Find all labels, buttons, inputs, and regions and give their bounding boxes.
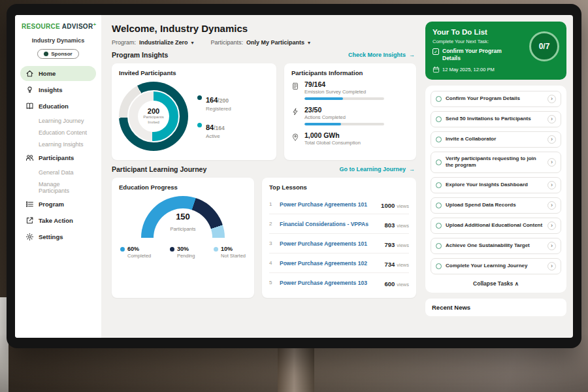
learning-journey-section-head: Participant Learning Journey Go to Learn… [112,165,415,173]
app-window: RESOURCE ADVISOR+ Industry Dynamics Spon… [15,15,573,338]
gear-icon [25,233,34,241]
task-circle-icon[interactable] [436,116,442,122]
todo-due-date: 12 May 2025, 12:00 PM [433,66,559,73]
chevron-right-icon[interactable]: › [547,95,556,103]
todo-summary-card: Your To Do List Complete Your Next Task:… [425,22,566,80]
card-title: Education Progress [119,184,247,191]
todo-task-row[interactable]: Achieve One Sustainability Target › [431,238,561,254]
desk-scene: RESOURCE ADVISOR+ Industry Dynamics Spon… [0,0,588,392]
sidebar-item-learning-journey[interactable]: Learning Journey [20,115,96,127]
chevron-up-icon: ∧ [515,280,519,287]
lightning-icon [291,107,299,116]
task-circle-icon[interactable] [436,263,442,269]
list-icon [25,200,34,208]
invited-participants-donut-chart: 200 Participants Invited [119,82,188,151]
legend-item-active: 84/164 Active [197,121,231,139]
chevron-right-icon[interactable]: › [547,242,556,250]
todo-task-row[interactable]: Upload Spend Data Records › [431,197,561,214]
program-filter-value: Industrialize Zero [139,39,188,46]
stat-actions-completed: 23/50 Actions Completed [291,106,409,125]
lightbulb-icon [25,86,34,94]
legend-dot [197,95,202,100]
todo-next-task[interactable]: ✓ Confirm Your Program Details [433,48,519,62]
donut-center: 200 Participants Invited [138,101,169,132]
collapse-tasks-link[interactable]: Collapse Tasks ∧ [431,278,561,287]
actions-progressbar [304,123,384,125]
task-circle-icon[interactable] [436,159,442,165]
task-circle-icon[interactable] [436,137,442,142]
sidebar-item-participants[interactable]: Participants [20,150,96,165]
sponsor-badge-wrap: Sponsor [20,47,96,59]
legend-item-not-started: 10% Not Started [214,246,246,259]
gauge-center: 150 Participants [141,212,225,233]
program-insights-cards: Invited Participants 200 Participants In… [112,63,416,160]
book-icon [25,102,34,110]
todo-task-row[interactable]: Complete Your Learning Journey › [431,258,561,274]
app-logo: RESOURCE ADVISOR+ [20,22,96,30]
legend-dot [120,247,125,252]
sidebar-item-label: Program [39,201,64,208]
program-filter-dropdown[interactable]: Program: Industrialize Zero ▾ [112,39,194,46]
sidebar-item-insights[interactable]: Insights [20,82,96,97]
legend-dot [197,123,202,127]
check-more-insights-link[interactable]: Check More Insights → [348,52,415,58]
location-pin-icon [291,133,299,142]
lesson-row: 1 Power Purchase Agreements 101 1000view… [269,195,409,214]
logo-plus: + [93,22,96,27]
program-filter-label: Program: [112,39,136,46]
task-circle-icon[interactable] [436,182,442,188]
sidebar-item-learning-insights[interactable]: Learning Insights [20,139,96,150]
sidebar-item-program[interactable]: Program [20,197,96,212]
recent-news-card: Recent News [425,299,566,316]
todo-task-row[interactable]: Verify participants requesting to join t… [431,152,561,173]
chevron-right-icon[interactable]: › [547,135,556,144]
chevron-right-icon[interactable]: › [547,115,556,123]
logo-text-resource: RESOURCE [22,23,60,30]
participants-filter-dropdown[interactable]: Participants: Only My Participants ▾ [211,39,311,46]
todo-task-row[interactable]: Explore Your Insights Dashboard › [431,177,561,193]
task-circle-icon[interactable] [436,223,442,229]
lesson-row: 5 Power Purchase Agreements 103 600views [269,273,409,292]
todo-task-row[interactable]: Upload Additional Educational Content › [431,218,561,234]
sidebar-item-settings[interactable]: Settings [20,229,96,244]
task-circle-icon[interactable] [436,203,442,208]
go-to-learning-journey-link[interactable]: Go to Learning Journey → [339,166,415,172]
checkbox-icon[interactable]: ✓ [433,48,439,55]
invited-participants-card: Invited Participants 200 Participants In… [112,63,276,160]
survey-icon [291,82,299,91]
program-insights-section-head: Program Insights Check More Insights → [112,51,415,59]
chevron-right-icon[interactable]: › [547,181,556,189]
sidebar-item-manage-participants[interactable]: Manage Participants [20,178,96,197]
sidebar-item-education-content[interactable]: Education Content [20,127,96,139]
legend-item-completed: 60% Completed [120,246,151,259]
sidebar-item-home[interactable]: Home [20,66,96,81]
task-circle-icon[interactable] [436,96,442,102]
org-name: Industry Dynamics [20,37,96,44]
sidebar-item-general-data[interactable]: General Data [20,167,96,178]
todo-task-row[interactable]: Confirm Your Program Details › [431,91,561,107]
education-progress-card: Education Progress 150 Participants 60 [112,178,254,298]
lesson-link[interactable]: Power Purchase Agreements 101 [280,201,376,208]
lesson-link[interactable]: Power Purchase Agreements 101 [280,240,379,247]
todo-task-row[interactable]: Send 50 Invitations to Participants › [431,111,561,127]
recent-news-title: Recent News [432,304,470,311]
chevron-right-icon[interactable]: › [547,221,556,230]
arrow-right-icon: → [409,166,415,172]
task-circle-icon[interactable] [436,243,442,249]
lesson-link[interactable]: Power Purchase Agreements 103 [280,280,379,286]
todo-task-row[interactable]: Invite a Collaborator › [431,131,561,148]
home-icon [25,69,34,78]
legend-item-registered: 164/200 Registered [197,93,231,112]
donut-legend: 164/200 Registered 84/164 Active [197,93,231,139]
lesson-link[interactable]: Power Purchase Agreements 102 [280,260,379,267]
lesson-link[interactable]: Financial Considerations - VPPAs [280,221,379,227]
people-icon [25,154,34,162]
sidebar-item-take-action[interactable]: Take Action [20,213,96,228]
chevron-right-icon[interactable]: › [547,262,556,270]
section-title-program-insights: Program Insights [112,51,168,59]
sidebar-item-education[interactable]: Education [20,99,96,114]
sidebar-item-label: Take Action [39,217,73,224]
chevron-right-icon[interactable]: › [547,201,556,210]
sponsor-icon [44,52,48,56]
chevron-right-icon[interactable]: › [547,158,556,167]
